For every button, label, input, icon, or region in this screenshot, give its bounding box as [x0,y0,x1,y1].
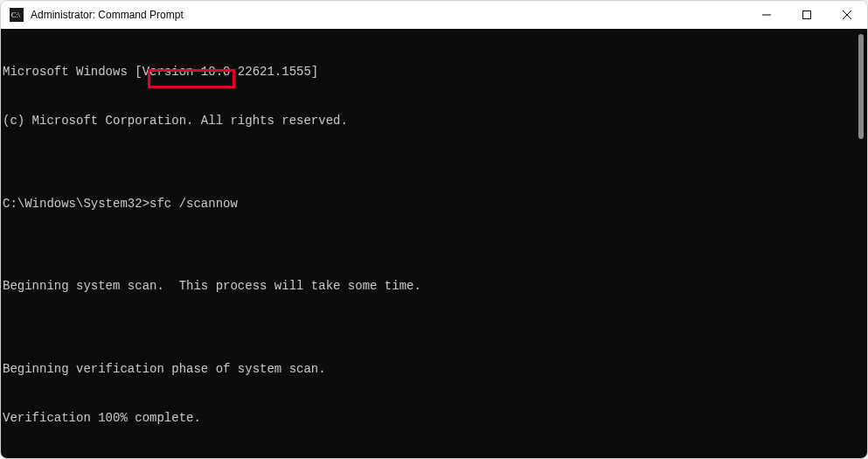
terminal-line: (c) Microsoft Corporation. All rights re… [3,113,867,129]
minimize-button[interactable] [746,1,787,29]
scrollbar-thumb[interactable] [858,34,864,139]
titlebar[interactable]: C:\ Administrator: Command Prompt [1,1,867,29]
terminal-line: Verification 100% complete. [3,410,867,427]
terminal-line: Beginning system scan. This process will… [3,278,867,295]
terminal-line: Beginning verification phase of system s… [3,361,867,378]
close-button[interactable] [827,1,867,29]
maximize-button[interactable] [787,1,827,29]
cmd-icon: C:\ [10,8,24,22]
svg-text:C:\: C:\ [11,11,21,19]
terminal-line: C:\Windows\System32>sfc /scannow [3,196,867,212]
window-title: Administrator: Command Prompt [31,9,746,21]
terminal-line: Microsoft Windows [Version 10.0.22621.15… [3,64,867,80]
command-prompt-window: C:\ Administrator: Command Prompt Micros… [0,0,868,459]
window-controls [746,1,867,29]
svg-rect-3 [803,11,811,19]
terminal-output[interactable]: Microsoft Windows [Version 10.0.22621.15… [1,29,867,458]
